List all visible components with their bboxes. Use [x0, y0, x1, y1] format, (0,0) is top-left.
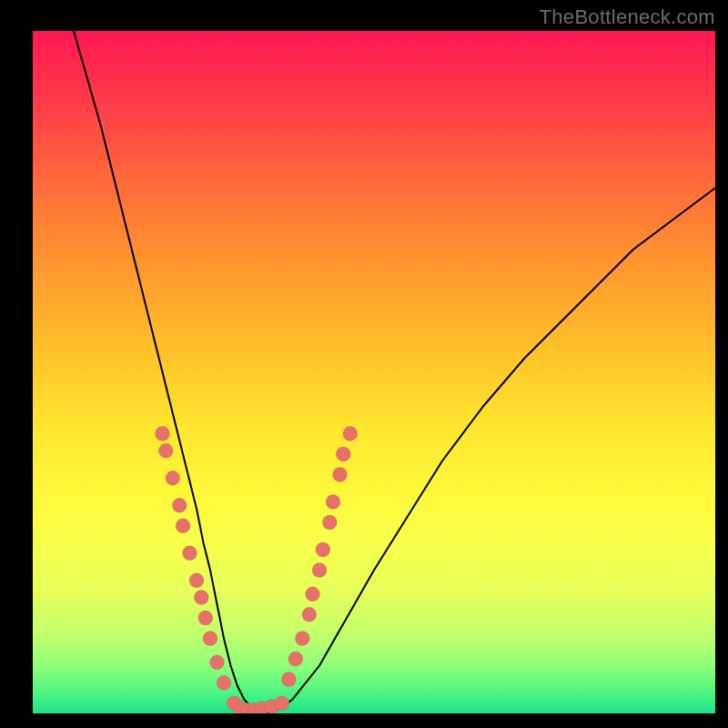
marker-dot: [326, 495, 340, 510]
marker-dot: [198, 611, 213, 625]
watermark-text: TheBottleneck.com: [540, 5, 715, 29]
data-markers: [156, 427, 358, 714]
marker-dot: [203, 632, 217, 646]
marker-dot: [302, 607, 317, 622]
marker-dot: [312, 563, 327, 578]
marker-dot: [306, 587, 320, 602]
marker-dot: [275, 696, 289, 711]
marker-dot: [288, 652, 303, 666]
marker-dot: [333, 468, 348, 482]
marker-dot: [295, 632, 309, 646]
marker-dot: [322, 515, 337, 530]
marker-dot: [176, 519, 190, 533]
marker-dot: [194, 591, 208, 605]
marker-dot: [183, 546, 197, 561]
marker-dot: [316, 542, 330, 557]
marker-dot: [156, 427, 170, 441]
marker-dot: [172, 498, 187, 512]
marker-dot: [158, 443, 173, 458]
marker-dot: [189, 573, 204, 588]
chart-stage: TheBottleneck.com: [0, 0, 728, 728]
marker-dot: [281, 672, 296, 687]
bottleneck-curve: [74, 31, 715, 713]
chart-svg: [33, 31, 715, 713]
marker-dot: [343, 427, 358, 441]
marker-dot: [336, 447, 350, 461]
marker-dot: [217, 675, 231, 690]
marker-dot: [166, 470, 180, 485]
marker-dot: [210, 655, 225, 670]
plot-area: [33, 31, 715, 713]
